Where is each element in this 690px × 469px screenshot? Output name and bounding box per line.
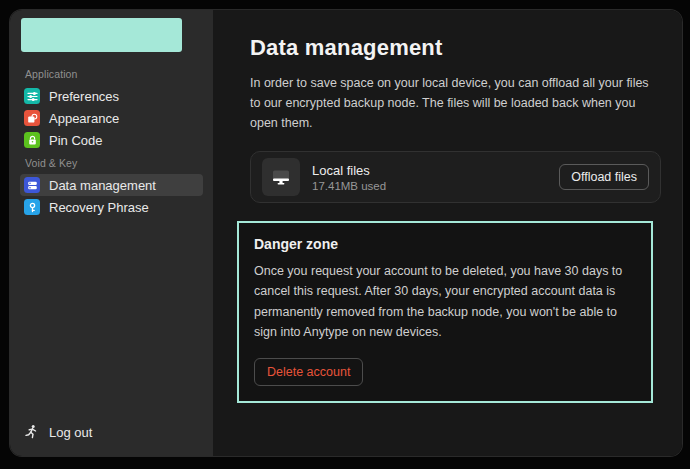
runner-icon [24, 424, 39, 440]
settings-sidebar: Application Preferences [10, 10, 213, 456]
danger-zone-title: Danger zone [254, 236, 636, 252]
sliders-icon [24, 88, 40, 104]
appearance-icon [24, 110, 40, 126]
page-description: In order to save space on your local dev… [250, 73, 661, 133]
lock-icon [24, 132, 40, 148]
sidebar-item-label: Appearance [49, 111, 119, 126]
logout-label: Log out [49, 425, 92, 440]
monitor-icon [262, 158, 300, 196]
sidebar-item-pin-code[interactable]: Pin Code [20, 129, 203, 151]
sidebar-item-recovery-phrase[interactable]: Recovery Phrase [20, 196, 203, 218]
sidebar-item-label: Recovery Phrase [49, 200, 149, 215]
logout-button[interactable]: Log out [20, 420, 203, 444]
local-files-usage: 17.41MB used [312, 180, 547, 192]
page-title: Data management [250, 35, 661, 61]
section-label-void-key: Void & Key [20, 151, 203, 174]
settings-dialog: Application Preferences [10, 10, 682, 456]
key-icon [24, 199, 40, 215]
database-icon [24, 177, 40, 193]
sidebar-item-appearance[interactable]: Appearance [20, 107, 203, 129]
sidebar-item-preferences[interactable]: Preferences [20, 85, 203, 107]
offload-files-button[interactable]: Offload files [559, 164, 649, 190]
sidebar-item-label: Pin Code [49, 133, 102, 148]
account-name-block[interactable] [21, 18, 182, 52]
delete-account-button[interactable]: Delete account [254, 358, 363, 386]
sidebar-item-data-management[interactable]: Data management [20, 174, 203, 196]
sidebar-spacer [20, 218, 203, 420]
sidebar-item-label: Preferences [49, 89, 119, 104]
danger-zone-description: Once you request your account to be dele… [254, 261, 636, 342]
local-files-title: Local files [312, 163, 547, 178]
local-files-meta: Local files 17.41MB used [312, 163, 547, 192]
danger-zone-section: Danger zone Once you request your accoun… [237, 221, 653, 403]
section-label-application: Application [20, 62, 203, 85]
local-files-card: Local files 17.41MB used Offload files [250, 151, 661, 203]
sidebar-item-label: Data management [49, 178, 156, 193]
settings-content: Data management In order to save space o… [213, 10, 682, 456]
